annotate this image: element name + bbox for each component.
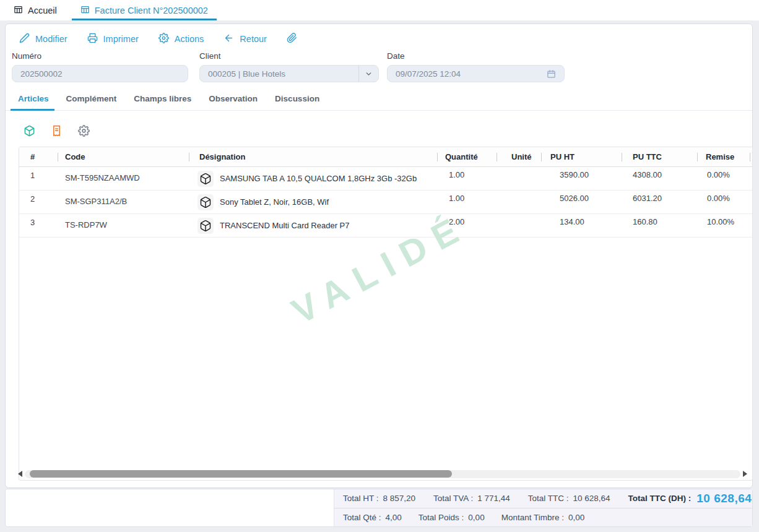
tab-articles[interactable]: Articles [18, 87, 49, 110]
paperclip-icon [287, 33, 297, 45]
cell-pu-ttc: 4308.00 [622, 167, 697, 190]
cell-unite [497, 167, 541, 190]
chevron-down-icon[interactable] [358, 66, 378, 82]
cell-quantite: 1.00 [437, 167, 497, 190]
column-header-pu-ht[interactable]: PU HT [541, 147, 622, 166]
table-row[interactable]: 3 TS-RDP7W TRANSCEND Multi Card Reader P… [19, 214, 752, 238]
cell-remise: 10.00% [697, 214, 752, 237]
arrow-left-icon [223, 33, 234, 45]
total-ttc: Total TTC :10 628,64 [528, 494, 610, 503]
cell-num: 3 [19, 214, 58, 237]
grid-icon [14, 5, 23, 16]
numero-field-group: Numéro 202500002 [12, 51, 188, 82]
cell-designation: Sony Tablet Z, Noir, 16GB, Wif [189, 191, 437, 213]
imprimer-button[interactable]: Imprimer [87, 33, 139, 45]
cell-pu-ttc: 160.80 [622, 214, 697, 237]
date-field-group: Date 09/07/2025 12:04 [387, 51, 565, 82]
cell-quantite: 1.00 [437, 191, 497, 213]
cell-unite [497, 191, 541, 213]
scrollbar-track[interactable] [25, 470, 740, 478]
client-value: 000205 | Blue Hotels [200, 69, 358, 79]
client-field-group: Client 000205 | Blue Hotels [199, 51, 379, 82]
designation-text: Sony Tablet Z, Noir, 16GB, Wif [220, 197, 329, 207]
modifier-label: Modifier [35, 34, 67, 44]
retour-button[interactable]: Retour [223, 33, 267, 45]
calendar-icon[interactable] [547, 69, 556, 79]
modifier-button[interactable]: Modifier [19, 33, 67, 45]
actions-button[interactable]: Actions [158, 33, 204, 45]
scrollbar-thumb[interactable] [30, 470, 452, 478]
tab-champs-libres-label: Champs libres [134, 94, 191, 103]
column-header-pu-ttc[interactable]: PU TTC [622, 147, 697, 166]
scroll-left-arrow-icon[interactable] [18, 471, 22, 477]
tab-complement-label: Complément [66, 94, 117, 103]
cell-num: 2 [19, 191, 58, 213]
cube-icon [197, 194, 214, 210]
tab-discussion[interactable]: Discussion [275, 87, 319, 110]
cell-unite [497, 214, 541, 237]
cell-remise: 0.00% [697, 191, 752, 213]
actions-label: Actions [175, 34, 204, 44]
tab-champs-libres[interactable]: Champs libres [134, 87, 191, 110]
cell-pu-ht: 5026.00 [541, 191, 622, 213]
total-ttc-dh: Total TTC (DH) :10 628,64 [628, 492, 752, 505]
client-select[interactable]: 000205 | Blue Hotels [199, 65, 379, 82]
cube-icon[interactable] [24, 125, 35, 137]
cell-code: TS-RDP7W [58, 214, 189, 237]
tab-observation[interactable]: Observation [209, 87, 258, 110]
column-header-num[interactable]: # [19, 147, 58, 166]
montant-timbre: Montant Timbre :0,00 [501, 513, 585, 522]
total-qte: Total Qté :4,00 [343, 513, 402, 522]
totals-row-2: Total Qté :4,00 Total Poids :0,00 Montan… [334, 508, 752, 527]
invoice-panel: Modifier Imprimer Actions Retour Numéro [5, 24, 753, 488]
designation-text: SAMSUNG TAB A 10,5 QUALCOM 1,8GHz 3Gb -3… [220, 174, 417, 183]
attachment-button[interactable] [287, 33, 297, 45]
totals-row-1: Total HT :8 857,20 Total TVA :1 771,44 T… [334, 489, 752, 508]
imprimer-label: Imprimer [103, 34, 139, 44]
column-header-quantite[interactable]: Quantité [437, 147, 497, 166]
date-input[interactable]: 09/07/2025 12:04 [387, 65, 565, 82]
date-label: Date [387, 51, 565, 61]
total-ht: Total HT :8 857,20 [343, 494, 415, 503]
tab-facture-client-label: Facture Client N°202500002 [95, 6, 208, 15]
pencil-icon [19, 33, 30, 45]
column-header-remise[interactable]: Remise [697, 147, 752, 166]
column-header-unite[interactable]: Unité [497, 147, 541, 166]
numero-label: Numéro [12, 51, 188, 61]
cube-icon [197, 218, 214, 234]
cell-code: SM-SGP311A2/B [58, 191, 189, 213]
cell-pu-ht: 3590.00 [541, 167, 622, 190]
numero-input[interactable]: 202500002 [12, 65, 188, 82]
table-header-row: # Code Désignation Quantité Unité PU HT … [19, 147, 752, 167]
toolbar: Modifier Imprimer Actions Retour [19, 30, 297, 48]
tab-facture-client[interactable]: Facture Client N°202500002 [74, 0, 214, 20]
cell-code: SM-T595NZAAMWD [58, 167, 189, 190]
client-label: Client [199, 51, 379, 61]
column-header-designation[interactable]: Désignation [189, 147, 437, 166]
total-tva: Total TVA :1 771,44 [433, 494, 510, 503]
horizontal-scrollbar[interactable] [18, 470, 747, 478]
table-row[interactable]: 2 SM-SGP311A2/B Sony Tablet Z, Noir, 16G… [19, 191, 752, 214]
tab-accueil[interactable]: Accueil [7, 0, 63, 20]
cube-icon [197, 171, 214, 187]
total-poids: Total Poids :0,00 [419, 513, 485, 522]
tab-articles-label: Articles [18, 94, 49, 103]
numero-value: 202500002 [20, 69, 63, 79]
column-header-code[interactable]: Code [58, 147, 189, 166]
grid-icon [80, 5, 90, 16]
tab-complement[interactable]: Complément [66, 87, 117, 110]
cell-designation: TRANSCEND Multi Card Reader P7 [189, 214, 437, 237]
cell-pu-ttc: 6031.20 [622, 191, 697, 213]
articles-table: # Code Désignation Quantité Unité PU HT … [19, 147, 753, 481]
totals-box: Total HT :8 857,20 Total TVA :1 771,44 T… [334, 489, 752, 526]
app-window: Accueil Facture Client N°202500002 Modif… [0, 0, 759, 532]
tab-accueil-label: Accueil [28, 6, 57, 15]
gear-icon[interactable] [78, 125, 90, 137]
cell-pu-ht: 134.00 [541, 214, 622, 237]
printer-icon [87, 33, 98, 45]
scroll-right-arrow-icon[interactable] [743, 471, 747, 477]
table-row[interactable]: 1 SM-T595NZAAMWD SAMSUNG TAB A 10,5 QUAL… [19, 167, 752, 191]
receipt-icon[interactable] [51, 125, 63, 137]
totals-footer: Total HT :8 857,20 Total TVA :1 771,44 T… [5, 489, 753, 527]
tab-discussion-label: Discussion [275, 94, 319, 103]
